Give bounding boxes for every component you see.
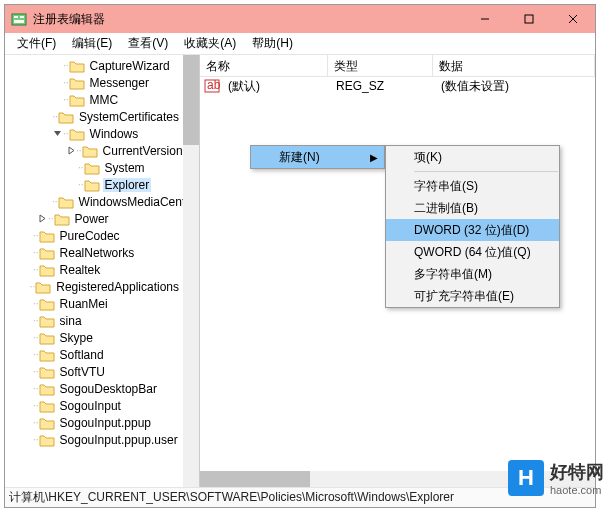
- folder-icon: [69, 59, 85, 73]
- tree-item[interactable]: ·· CaptureWizard: [5, 57, 199, 74]
- tree-v-scrollbar[interactable]: [183, 55, 199, 487]
- tree-item[interactable]: ·· System: [5, 159, 199, 176]
- tree-item[interactable]: ·· sina: [5, 312, 199, 329]
- col-type[interactable]: 类型: [328, 55, 433, 76]
- menu-help[interactable]: 帮助(H): [244, 32, 301, 55]
- submenu-new: 项(K) 字符串值(S) 二进制值(B) DWORD (32 位)值(D) QW…: [385, 145, 560, 308]
- folder-icon: [39, 433, 55, 447]
- tree-item[interactable]: ·· CurrentVersion: [5, 142, 199, 159]
- menu-new-key[interactable]: 项(K): [386, 146, 559, 168]
- tree-item-label: WindowsMediaCenter: [77, 195, 198, 209]
- tree-item-label: RuanMei: [58, 297, 110, 311]
- folder-icon: [39, 246, 55, 260]
- tree-item-label: PureCodec: [58, 229, 122, 243]
- app-icon: [11, 11, 27, 27]
- expand-icon[interactable]: [67, 145, 76, 157]
- tree-item[interactable]: ·· Windows: [5, 125, 199, 142]
- tree-item[interactable]: ·· MMC: [5, 91, 199, 108]
- tree-item[interactable]: ·· Realtek: [5, 261, 199, 278]
- folder-icon: [39, 382, 55, 396]
- svg-text:ab: ab: [207, 78, 220, 92]
- menu-favorites[interactable]: 收藏夹(A): [176, 32, 244, 55]
- menu-new[interactable]: 新建(N) ▶: [251, 146, 384, 168]
- list-h-thumb[interactable]: [200, 471, 310, 487]
- menu-separator: [414, 171, 558, 172]
- tree-item-label: SogouInput: [58, 399, 123, 413]
- folder-icon: [69, 93, 85, 107]
- svg-rect-3: [14, 20, 24, 23]
- regedit-window: 注册表编辑器 文件(F) 编辑(E) 查看(V) 收藏夹(A) 帮助(H) ··…: [4, 4, 596, 508]
- cell-data: (数值未设置): [435, 78, 595, 95]
- tree-item[interactable]: ·· SystemCertificates: [5, 108, 199, 125]
- menu-new-qword[interactable]: QWORD (64 位)值(Q): [386, 241, 559, 263]
- svg-rect-2: [20, 16, 24, 18]
- folder-icon: [82, 144, 98, 158]
- window-controls: [463, 5, 595, 33]
- menu-edit[interactable]: 编辑(E): [64, 32, 120, 55]
- tree-item-label: MMC: [88, 93, 121, 107]
- folder-icon: [58, 195, 74, 209]
- folder-icon: [69, 127, 85, 141]
- col-name[interactable]: 名称: [200, 55, 328, 76]
- watermark-logo-icon: H: [508, 460, 544, 496]
- tree-item[interactable]: ·· SogouInput: [5, 397, 199, 414]
- tree-item[interactable]: ·· PureCodec: [5, 227, 199, 244]
- tree-item-label: SoftVTU: [58, 365, 107, 379]
- tree-pane[interactable]: ·· CaptureWizard·· Messenger·· MMC·· Sys…: [5, 55, 200, 487]
- titlebar[interactable]: 注册表编辑器: [5, 5, 595, 33]
- list-row[interactable]: ab(默认)REG_SZ(数值未设置): [200, 77, 595, 95]
- folder-icon: [39, 399, 55, 413]
- tree-item[interactable]: ·· Explorer: [5, 176, 199, 193]
- col-data[interactable]: 数据: [433, 55, 595, 76]
- statusbar: 计算机\HKEY_CURRENT_USER\SOFTWARE\Policies\…: [5, 487, 595, 507]
- tree-item-label: Explorer: [103, 178, 152, 192]
- menu-new-string[interactable]: 字符串值(S): [386, 175, 559, 197]
- tree-item[interactable]: ·· Messenger: [5, 74, 199, 91]
- tree-item[interactable]: ·· Softland: [5, 346, 199, 363]
- tree-v-thumb[interactable]: [183, 55, 199, 145]
- tree-item[interactable]: ·· RealNetworks: [5, 244, 199, 261]
- tree-item[interactable]: ·· Power: [5, 210, 199, 227]
- tree-item-label: Power: [73, 212, 111, 226]
- context-menu: 新建(N) ▶: [250, 145, 385, 169]
- menu-new-multisz[interactable]: 多字符串值(M): [386, 263, 559, 285]
- folder-icon: [84, 161, 100, 175]
- tree-item[interactable]: ·· RuanMei: [5, 295, 199, 312]
- tree-item-label: CaptureWizard: [88, 59, 172, 73]
- folder-icon: [39, 365, 55, 379]
- watermark-title: 好特网: [550, 460, 604, 484]
- tree-item[interactable]: ·· RegisteredApplications: [5, 278, 199, 295]
- folder-icon: [39, 229, 55, 243]
- menu-new-binary[interactable]: 二进制值(B): [386, 197, 559, 219]
- folder-icon: [69, 76, 85, 90]
- menubar: 文件(F) 编辑(E) 查看(V) 收藏夹(A) 帮助(H): [5, 33, 595, 55]
- folder-icon: [54, 212, 70, 226]
- menu-new-expandsz[interactable]: 可扩充字符串值(E): [386, 285, 559, 307]
- folder-icon: [84, 178, 100, 192]
- menu-file[interactable]: 文件(F): [9, 32, 64, 55]
- expand-icon[interactable]: [52, 128, 63, 140]
- close-button[interactable]: [551, 5, 595, 33]
- tree-item-label: Windows: [88, 127, 141, 141]
- submenu-arrow-icon: ▶: [370, 152, 378, 163]
- tree-item[interactable]: ·· SogouInput.ppup.user: [5, 431, 199, 448]
- tree-item-label: Realtek: [58, 263, 103, 277]
- tree-item-label: System: [103, 161, 147, 175]
- svg-rect-5: [525, 15, 533, 23]
- folder-icon: [39, 297, 55, 311]
- tree-item-label: Softland: [58, 348, 106, 362]
- cell-type: REG_SZ: [330, 79, 435, 93]
- expand-icon[interactable]: [37, 213, 48, 225]
- tree-item[interactable]: ·· SogouDesktopBar: [5, 380, 199, 397]
- menu-new-dword[interactable]: DWORD (32 位)值(D): [386, 219, 559, 241]
- tree-item-label: sina: [58, 314, 84, 328]
- tree-item[interactable]: ·· SoftVTU: [5, 363, 199, 380]
- tree-item[interactable]: ·· SogouInput.ppup: [5, 414, 199, 431]
- menu-view[interactable]: 查看(V): [120, 32, 176, 55]
- tree-item-label: Messenger: [88, 76, 151, 90]
- tree-item-label: CurrentVersion: [101, 144, 185, 158]
- minimize-button[interactable]: [463, 5, 507, 33]
- maximize-button[interactable]: [507, 5, 551, 33]
- tree-item[interactable]: ·· WindowsMediaCenter: [5, 193, 199, 210]
- tree-item[interactable]: ·· Skype: [5, 329, 199, 346]
